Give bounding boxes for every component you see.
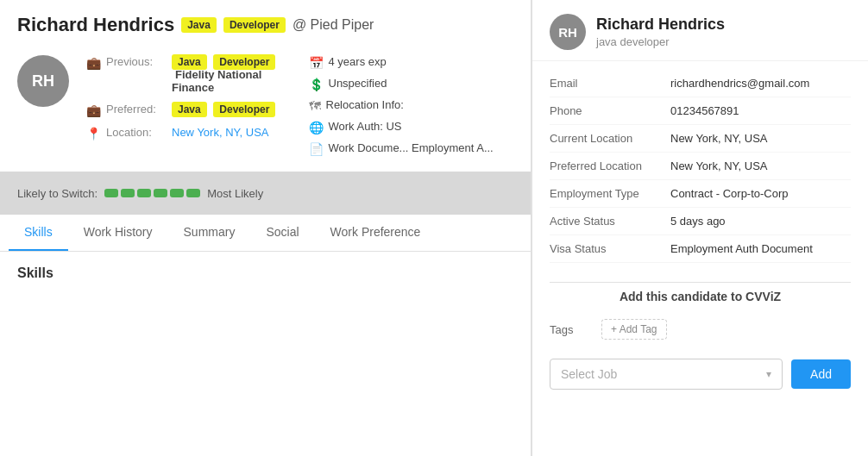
rp-phone-label: Phone [550,104,670,117]
rp-active-status-row: Active Status 5 days ago [550,208,851,235]
rp-active-status-value: 5 days ago [670,215,851,228]
likely-label: Likely to Switch: [17,187,97,200]
work-doc-text: Work Docume... Employment A... [329,141,494,154]
salary-row: 💲 Unspecified [309,77,514,91]
exp-row: 📅 4 years exp [309,55,514,70]
dot-5 [170,189,184,197]
tab-skills[interactable]: Skills [9,215,68,251]
location-label: Location: [106,126,167,139]
rp-active-status-label: Active Status [550,215,670,228]
most-likely-text: Most Likely [207,187,263,200]
select-add-row: Select Job ▾ Add [550,352,851,397]
tags-row: Tags + Add Tag [550,314,851,352]
rp-employment-type-label: Employment Type [550,187,670,200]
avatar: RH [17,55,69,107]
company-text: @ Pied Piper [292,17,374,33]
rp-current-location-value: New York, NY, USA [670,132,851,145]
rp-current-location-label: Current Location [550,132,670,145]
add-tag-button[interactable]: + Add Tag [601,319,667,340]
rp-visa-status-row: Visa Status Employment Auth Document [550,235,851,263]
rp-add-title: Add this candidate to CVViZ [550,282,851,314]
calendar-icon: 📅 [309,56,324,70]
pref-dev-badge: Developer [213,102,275,117]
tab-social[interactable]: Social [250,215,314,251]
candidate-name-text: Richard Hendrics [17,14,174,36]
candidate-header: Richard Hendrics Java Developer @ Pied P… [0,0,531,47]
skills-title: Skills [17,265,513,281]
rp-preferred-location-label: Preferred Location [550,159,670,172]
chevron-down-icon: ▾ [766,368,771,380]
previous-row: 💼 Previous: Java Developer Fidelity Nati… [86,55,292,94]
work-auth-text: Work Auth: US [329,120,402,133]
rp-name: Richard Hendrics [596,16,725,34]
select-job-placeholder: Select Job [561,367,617,381]
pref-java-badge: Java [172,102,207,117]
rp-preferred-location-value: New York, NY, USA [670,159,851,172]
add-candidate-button[interactable]: Add [791,359,851,389]
right-panel: RH Richard Hendrics java developer Email… [531,0,868,456]
rp-visa-status-value: Employment Auth Document [670,242,851,255]
dot-4 [154,189,167,197]
select-job-dropdown[interactable]: Select Job ▾ [550,359,783,390]
doc-icon: 📄 [309,142,324,156]
left-panel: Richard Hendrics Java Developer @ Pied P… [0,0,531,456]
rp-current-location-row: Current Location New York, NY, USA [550,125,851,153]
skills-content: Skills [0,252,531,295]
rp-employment-type-value: Contract - Corp-to-Corp [670,187,851,200]
rp-subtitle: java developer [596,35,725,48]
preferred-label: Preferred: [106,103,167,116]
tab-work-preference[interactable]: Work Preference [315,215,437,251]
rp-email-value: richardhendrics@gmail.com [670,77,851,90]
tab-summary[interactable]: Summary [168,215,251,251]
tags-label: Tags [550,323,601,336]
rp-email-label: Email [550,77,670,90]
rp-avatar: RH [550,14,586,50]
relocation-row: 🗺 Relocation Info: [309,98,514,113]
rp-add-section: Add this candidate to CVViZ Tags + Add T… [532,272,868,403]
rp-details: Email richardhendrics@gmail.com Phone 01… [532,61,868,272]
preferred-row: 💼 Preferred: Java Developer [86,103,292,117]
candidate-name-row: Richard Hendrics Java Developer @ Pied P… [17,14,513,36]
work-auth-row: 🌐 Work Auth: US [309,120,514,134]
dot-2 [121,189,135,197]
globe-icon: 🌐 [309,121,324,134]
salary-text: Unspecified [329,77,387,90]
tab-work-history[interactable]: Work History [68,215,168,251]
preferred-icon: 💼 [86,103,101,117]
location-row: 📍 Location: New York, NY, USA [86,126,292,141]
map-icon: 🗺 [309,99,321,113]
relocation-text: Relocation Info: [326,98,404,111]
likely-switch: Likely to Switch: Most Likely [17,187,263,200]
progress-dots [104,189,200,197]
exp-text: 4 years exp [329,55,387,68]
work-doc-row: 📄 Work Docume... Employment A... [309,141,514,156]
candidate-body: RH 💼 Previous: Java Developer Fidelity N… [0,47,531,165]
info-section: 💼 Previous: Java Developer Fidelity Nati… [86,55,292,156]
location-icon: 📍 [86,127,101,141]
likely-switch-bar: Likely to Switch: Most Likely [0,172,531,215]
rp-preferred-location-row: Preferred Location New York, NY, USA [550,153,851,180]
rp-name-section: Richard Hendrics java developer [596,16,725,48]
rp-phone-value: 01234567891 [670,104,851,117]
location-value: New York, NY, USA [172,126,268,139]
avatar-section: RH [17,55,69,156]
rp-employment-type-row: Employment Type Contract - Corp-to-Corp [550,180,851,208]
right-info: 📅 4 years exp 💲 Unspecified 🗺 Relocation… [309,55,514,156]
rp-visa-status-label: Visa Status [550,242,670,255]
rp-header: RH Richard Hendrics java developer [532,0,868,61]
rp-phone-row: Phone 01234567891 [550,97,851,125]
developer-tag-badge: Developer [223,17,286,33]
tabs-bar: Skills Work History Summary Social Work … [0,215,531,252]
money-icon: 💲 [309,78,324,91]
dot-6 [186,189,200,197]
prev-company-text: Fidelity National Finance [172,68,261,94]
briefcase-icon: 💼 [86,56,101,70]
dot-3 [137,189,151,197]
previous-label: Previous: [106,55,167,68]
rp-email-row: Email richardhendrics@gmail.com [550,70,851,97]
dot-1 [104,189,118,197]
java-tag-badge: Java [181,17,217,33]
